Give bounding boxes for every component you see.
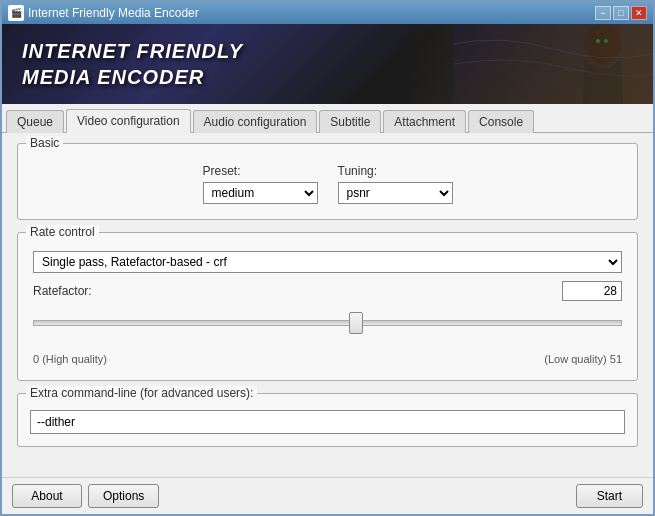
app-icon: 🎬 [8, 5, 24, 21]
header-banner: Internet Friendly Media Encoder [2, 24, 653, 104]
tab-video[interactable]: Video configuration [66, 109, 191, 133]
tuning-field: Tuning: film animation grain stillimage … [338, 164, 453, 204]
slider-labels: 0 (High quality) (Low quality) 51 [33, 353, 622, 365]
preset-label: Preset: [203, 164, 318, 178]
tuning-select[interactable]: film animation grain stillimage psnr ssi… [338, 182, 453, 204]
svg-rect-0 [453, 24, 653, 104]
slider-low-label: 0 (High quality) [33, 353, 107, 365]
basic-group: Basic Preset: ultrafast superfast veryfa… [17, 143, 638, 220]
extra-cmdline-group: Extra command-line (for advanced users): [17, 393, 638, 447]
content-area: Basic Preset: ultrafast superfast veryfa… [2, 133, 653, 477]
basic-row: Preset: ultrafast superfast veryfast fas… [33, 164, 622, 204]
svg-point-3 [604, 39, 608, 43]
slider-high-label: (Low quality) 51 [544, 353, 622, 365]
footer: About Options Start [2, 477, 653, 514]
start-button[interactable]: Start [576, 484, 643, 508]
rate-mode-select[interactable]: Single pass, Ratefactor-based - crf Sing… [33, 251, 622, 273]
preset-field: Preset: ultrafast superfast veryfast fas… [203, 164, 318, 204]
rate-control-content: Single pass, Ratefactor-based - crf Sing… [33, 251, 622, 365]
main-window: 🎬 Internet Friendly Media Encoder − □ ✕ … [0, 0, 655, 516]
close-button[interactable]: ✕ [631, 6, 647, 20]
ratefactor-slider[interactable] [33, 320, 622, 326]
ratefactor-row: Ratefactor: [33, 281, 622, 301]
options-button[interactable]: Options [88, 484, 159, 508]
tabs-bar: Queue Video configuration Audio configur… [2, 104, 653, 133]
header-title: Internet Friendly Media Encoder [22, 38, 243, 90]
tab-console[interactable]: Console [468, 110, 534, 133]
svg-point-2 [596, 39, 600, 43]
tab-audio[interactable]: Audio configuration [193, 110, 318, 133]
rate-control-title: Rate control [26, 225, 99, 239]
tab-subtitle[interactable]: Subtitle [319, 110, 381, 133]
about-button[interactable]: About [12, 484, 82, 508]
preset-select[interactable]: ultrafast superfast veryfast faster fast… [203, 182, 318, 204]
tuning-label: Tuning: [338, 164, 453, 178]
tab-queue[interactable]: Queue [6, 110, 64, 133]
maximize-button[interactable]: □ [613, 6, 629, 20]
header-decoration [453, 24, 653, 104]
basic-group-title: Basic [26, 136, 63, 150]
svg-point-1 [585, 24, 621, 64]
extra-cmdline-input[interactable] [30, 410, 625, 434]
titlebar: 🎬 Internet Friendly Media Encoder − □ ✕ [2, 2, 653, 24]
tab-attachment[interactable]: Attachment [383, 110, 466, 133]
footer-left-buttons: About Options [12, 484, 159, 508]
ratefactor-label: Ratefactor: [33, 284, 92, 298]
slider-container [33, 315, 622, 335]
rate-control-group: Rate control Single pass, Ratefactor-bas… [17, 232, 638, 381]
extra-cmdline-title: Extra command-line (for advanced users): [26, 386, 257, 400]
ratefactor-input[interactable] [562, 281, 622, 301]
window-title: Internet Friendly Media Encoder [28, 6, 199, 20]
minimize-button[interactable]: − [595, 6, 611, 20]
header-text: Internet Friendly Media Encoder [22, 38, 243, 90]
window-controls: − □ ✕ [595, 6, 647, 20]
titlebar-left: 🎬 Internet Friendly Media Encoder [8, 5, 199, 21]
